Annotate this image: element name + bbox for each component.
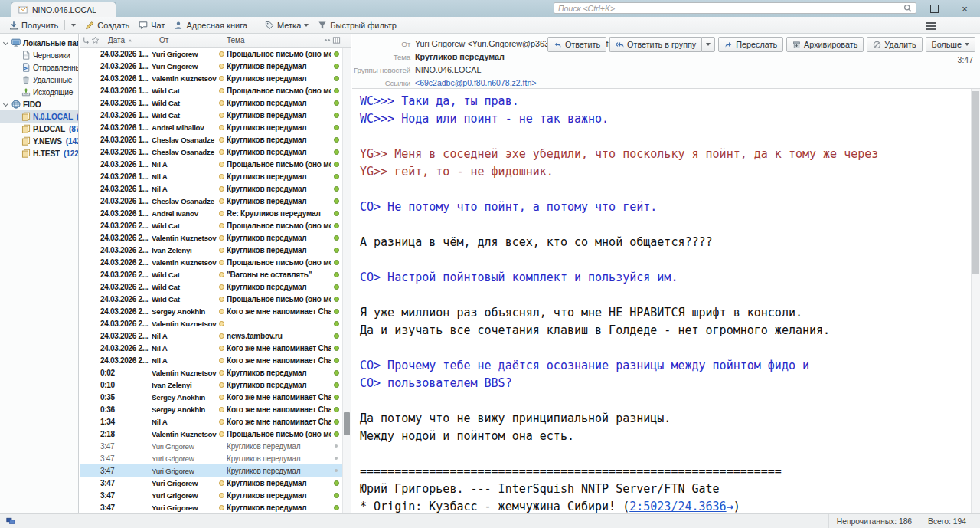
unread-dot-icon[interactable] <box>334 272 339 277</box>
unread-dot-icon[interactable] <box>334 248 339 253</box>
unread-dot-icon[interactable] <box>334 505 339 510</box>
message-row[interactable]: 24.03.2026 1... Andrei Ivanov Re: Кругли… <box>80 207 351 219</box>
unread-dot-icon[interactable] <box>334 284 339 290</box>
message-row[interactable]: 24.03.2026 2... Sergey Anokhin Кого же м… <box>80 305 351 317</box>
message-row[interactable]: 24.03.2026 2... Nil A Кого же мне напоми… <box>80 342 351 354</box>
message-row[interactable]: 24.03.2026 1... Yuri Grigorew Прощальное… <box>80 48 351 60</box>
search-input[interactable]: Поиск <Ctrl+K> <box>554 2 916 14</box>
message-row[interactable]: 24.03.2026 2... Nil A Кого же мне напоми… <box>80 354 351 366</box>
reply-button[interactable]: Ответить <box>547 37 606 52</box>
message-row[interactable]: 1:34 Nil A Кого же мне напоминает ChatG.… <box>80 415 351 428</box>
delete-button[interactable]: Удалить <box>867 37 922 52</box>
address-book-button[interactable]: Адресная книга <box>169 19 252 31</box>
column-picker-icon[interactable] <box>332 36 341 44</box>
unread-dot-icon[interactable] <box>334 321 339 326</box>
sidebar-folder-item[interactable]: Удалённые <box>0 74 78 86</box>
message-row[interactable]: 24.03.2026 2... Valentin Kuznetsov <box>80 317 351 330</box>
message-row[interactable]: 24.03.2026 1... Yuri Grigorew Кругликов … <box>80 60 351 72</box>
message-row[interactable]: 24.03.2026 1... Valentin Kuznetsov Кругл… <box>80 72 351 84</box>
sidebar-folder-item[interactable]: Исходящие <box>0 86 78 98</box>
message-row[interactable]: 0:02 Valentin Kuznetsov Кругликов переду… <box>80 366 351 379</box>
close-button[interactable]: × <box>949 0 980 17</box>
message-row[interactable]: 24.03.2026 2... Nil A news.tambov.ru <box>80 330 351 342</box>
reply-group-button[interactable]: Ответить в группу <box>609 37 701 52</box>
unread-dot-icon[interactable] <box>334 297 339 302</box>
unread-dot-icon[interactable] <box>334 223 339 228</box>
message-row[interactable]: 2:18 Valentin Kuznetsov Прощальное письм… <box>80 428 351 440</box>
message-row[interactable]: 24.03.2026 1... Nil A Кругликов передума… <box>80 170 351 182</box>
forward-button[interactable]: Переслать <box>718 37 783 52</box>
message-scrollbar[interactable] <box>971 89 980 513</box>
star-column-icon[interactable] <box>91 36 100 44</box>
unread-dot-icon[interactable] <box>335 469 338 472</box>
unread-dot-icon[interactable] <box>334 382 339 388</box>
unread-dot-icon[interactable] <box>334 333 339 339</box>
thread-column-icon[interactable] <box>82 36 90 44</box>
message-row[interactable]: 3:47 Yuri Grigorew Кругликов передумал <box>80 440 351 452</box>
compose-button[interactable]: Создать <box>80 19 134 31</box>
chat-button[interactable]: Чат <box>134 19 169 31</box>
sidebar-folder-item[interactable]: Y.NEWS (142) <box>0 135 78 147</box>
unread-dot-icon[interactable] <box>334 113 339 118</box>
unread-dot-icon[interactable] <box>334 358 339 363</box>
unread-dot-icon[interactable] <box>334 260 339 265</box>
message-row[interactable]: 24.03.2026 1... Nil A Кругликов передума… <box>80 182 351 195</box>
thread-scrollbar-thumb[interactable] <box>344 412 350 435</box>
message-row[interactable]: 3:47 Yuri Grigorew Кругликов передумал <box>80 464 351 477</box>
quick-filter-button[interactable]: Быстрый фильтр <box>313 19 401 31</box>
message-row[interactable]: 3:47 Yuri Grigorew Кругликов передумал <box>80 501 351 513</box>
message-row[interactable]: 0:35 Sergey Anokhin Кого же мне напомина… <box>80 391 351 403</box>
unread-dot-icon[interactable] <box>334 211 339 216</box>
tag-button[interactable]: Метка <box>260 19 313 31</box>
unread-dot-icon[interactable] <box>334 480 339 486</box>
unread-dot-icon[interactable] <box>334 137 339 143</box>
unread-dot-icon[interactable] <box>334 162 339 167</box>
message-row[interactable]: 0:36 Sergey Anokhin Кого же мне напомина… <box>80 403 351 415</box>
message-row[interactable]: 0:10 Ivan Zelenyi Кругликов передумал <box>80 379 351 391</box>
archive-button[interactable]: Архивировать <box>786 37 864 52</box>
reply-group-dropdown[interactable] <box>701 37 715 52</box>
message-scrollbar-thumb[interactable] <box>972 91 979 274</box>
unread-dot-icon[interactable] <box>334 149 339 155</box>
column-date[interactable]: Дата <box>108 36 159 44</box>
unread-dot-icon[interactable] <box>334 346 339 351</box>
message-row[interactable]: 24.03.2026 2... Valentin Kuznetsov Проща… <box>80 256 351 268</box>
unread-dot-icon[interactable] <box>334 100 339 106</box>
unread-dot-icon[interactable] <box>334 64 339 69</box>
unread-dot-icon[interactable] <box>334 174 339 179</box>
unread-dot-icon[interactable] <box>334 309 339 314</box>
sidebar-folder-item[interactable]: Отправленные <box>0 61 78 74</box>
sidebar-folder-item[interactable]: Черновики <box>0 49 78 61</box>
unread-dot-icon[interactable] <box>334 51 339 57</box>
unread-dot-icon[interactable] <box>334 88 339 93</box>
message-row[interactable]: 3:47 Yuri Grigorew Кругликов передумал <box>80 489 351 501</box>
sidebar-folder-item[interactable]: Локальные папки <box>0 37 78 49</box>
message-row[interactable]: 24.03.2026 2... Valentin Kuznetsov Кругл… <box>80 231 351 244</box>
sidebar-folder-item[interactable]: P.LOCAL (87) <box>0 123 78 135</box>
origin-address-link[interactable]: 2:5023/24.3636 <box>629 500 726 513</box>
unread-dot-icon[interactable] <box>334 235 339 241</box>
unread-column-icon[interactable] <box>323 36 332 44</box>
message-row[interactable]: 24.03.2026 1... Nil A Прощальное письмо … <box>80 158 351 170</box>
references-link[interactable]: <69c2adbc@p0.f80.n6078.z2.ftn> <box>415 78 536 87</box>
unread-dot-icon[interactable] <box>335 457 338 460</box>
message-row[interactable]: 24.03.2026 2... Wild Cat Прощальное пись… <box>80 219 351 231</box>
message-row[interactable]: 24.03.2026 1... Andrei Mihailov Круглико… <box>80 121 351 133</box>
unread-dot-icon[interactable] <box>334 419 339 425</box>
message-row[interactable]: 24.03.2026 1... Wild Cat Кругликов перед… <box>80 109 351 121</box>
message-row[interactable]: 24.03.2026 1... Wild Cat Прощальное пись… <box>80 84 351 97</box>
sidebar-folder-item[interactable]: N.0.LOCAL (186) <box>0 110 78 123</box>
unread-dot-icon[interactable] <box>334 76 339 81</box>
unread-dot-icon[interactable] <box>334 407 339 412</box>
maximize-button[interactable] <box>919 0 949 17</box>
sidebar-folder-item[interactable]: FIDO <box>0 98 78 110</box>
app-menu-button[interactable] <box>923 21 939 31</box>
get-mail-dropdown[interactable] <box>67 22 80 28</box>
sidebar-folder-item[interactable]: H.TEST (122) <box>0 147 78 159</box>
network-status-icon[interactable] <box>6 517 15 526</box>
unread-dot-icon[interactable] <box>335 444 338 448</box>
unread-dot-icon[interactable] <box>334 198 339 204</box>
unread-dot-icon[interactable] <box>334 431 339 437</box>
more-button[interactable]: Больше <box>926 37 975 52</box>
message-row[interactable]: 24.03.2026 1... Cheslav Osanadze Круглик… <box>80 195 351 207</box>
